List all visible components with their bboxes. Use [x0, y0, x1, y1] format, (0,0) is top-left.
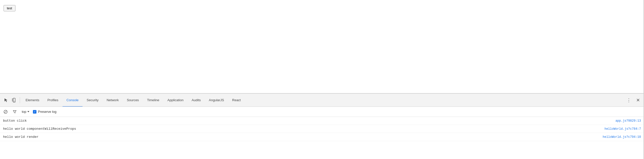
test-button[interactable]: test — [4, 5, 15, 11]
tab-network[interactable]: Network — [103, 94, 123, 107]
preserve-log-checkbox[interactable]: ✓ — [33, 110, 36, 114]
devtools-panel: ElementsProfilesConsoleSecurityNetworkSo… — [0, 93, 644, 159]
more-options-button[interactable]: ⋮ — [625, 96, 633, 104]
tab-application[interactable]: Application — [163, 94, 188, 107]
console-message: hello world componentWillReceiveProps — [3, 127, 76, 131]
tab-react[interactable]: React — [228, 94, 245, 107]
console-row: hello world renderhelloWorld.js?c794:10 — [0, 133, 644, 141]
toolbar-divider — [20, 97, 20, 103]
devtools-toolbar: ElementsProfilesConsoleSecurityNetworkSo… — [0, 94, 644, 107]
console-source-link[interactable]: app.js?9829:13 — [615, 119, 641, 123]
tab-angularjs[interactable]: AngularJS — [205, 94, 228, 107]
tab-console[interactable]: Console — [63, 94, 83, 107]
tab-elements[interactable]: Elements — [22, 94, 43, 107]
device-toolbar-icon[interactable] — [10, 96, 18, 104]
svg-rect-1 — [14, 101, 15, 101]
toolbar-right: ⋮ ✕ — [625, 96, 642, 104]
filter-icon[interactable] — [11, 108, 18, 115]
context-selector[interactable]: top — [20, 109, 31, 114]
context-label: top — [22, 110, 26, 114]
console-output: button clickapp.js?9829:13hello world co… — [0, 117, 644, 159]
main-page: test — [0, 0, 644, 93]
inspect-element-icon[interactable] — [2, 96, 10, 104]
chevron-down-icon — [27, 111, 29, 112]
console-source-link[interactable]: helloWorld.js?c794:10 — [603, 135, 641, 139]
tab-audits[interactable]: Audits — [188, 94, 205, 107]
console-message: hello world render — [3, 135, 38, 139]
tab-timeline[interactable]: Timeline — [143, 94, 164, 107]
tab-profiles[interactable]: Profiles — [43, 94, 62, 107]
tab-security[interactable]: Security — [83, 94, 103, 107]
svg-rect-0 — [13, 98, 15, 102]
tab-sources[interactable]: Sources — [123, 94, 143, 107]
console-row: hello world componentWillReceivePropshel… — [0, 125, 644, 133]
close-devtools-button[interactable]: ✕ — [634, 96, 642, 104]
console-message: button click — [3, 119, 27, 123]
console-source-link[interactable]: helloWorld.js?c784:7 — [605, 127, 641, 131]
console-bar: top ✓ Preserve log — [0, 107, 644, 117]
clear-console-icon[interactable] — [2, 108, 9, 115]
console-row: button clickapp.js?9829:13 — [0, 117, 644, 125]
devtools-tabs: ElementsProfilesConsoleSecurityNetworkSo… — [22, 94, 625, 107]
svg-line-6 — [5, 111, 7, 113]
preserve-log-label: Preserve log — [38, 110, 56, 114]
preserve-log-container[interactable]: ✓ Preserve log — [33, 110, 56, 114]
